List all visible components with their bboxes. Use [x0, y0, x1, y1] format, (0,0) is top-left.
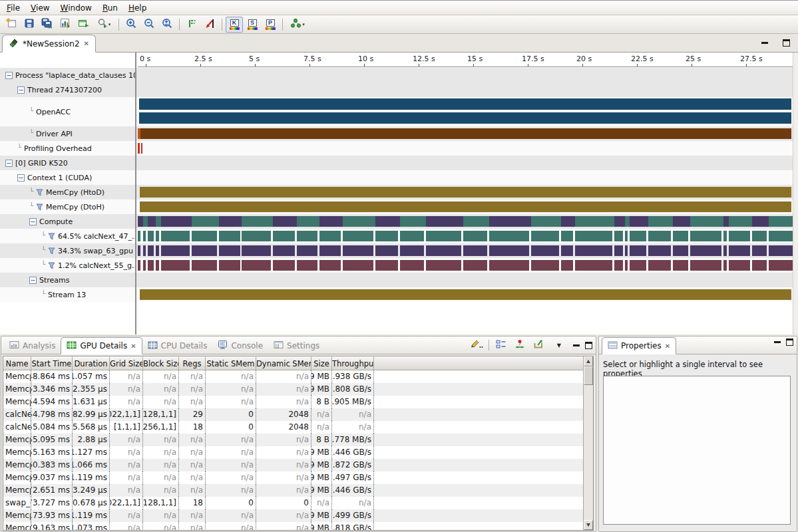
timeline-interval[interactable] — [192, 245, 217, 256]
timeline-right-scrollbar[interactable] — [793, 53, 798, 334]
new-session-button[interactable] — [3, 17, 20, 33]
table-row[interactable]: Memcp148.864 ms1.057 msn/an/an/an/an/a9 … — [3, 370, 583, 383]
timeline-interval[interactable] — [690, 231, 721, 241]
show-summary-button[interactable] — [495, 338, 508, 352]
minimize-icon[interactable] — [573, 344, 580, 346]
timeline-interval[interactable] — [752, 216, 769, 227]
search-button[interactable]: ▾ — [93, 17, 115, 33]
record-pc-sampling-button[interactable] — [470, 338, 483, 352]
timeline-interval[interactable] — [625, 216, 630, 227]
timeline-interval[interactable] — [161, 245, 189, 256]
timeline-row-label[interactable]: └MemCpy (HtoD) — [0, 185, 135, 200]
timeline-interval[interactable] — [140, 187, 791, 198]
timeline-interval[interactable] — [489, 260, 529, 271]
timeline-interval[interactable] — [531, 216, 560, 227]
timeline-row-label[interactable]: └34.3% swap_63_gpu — [0, 243, 135, 258]
timeline-interval[interactable] — [648, 231, 671, 241]
timeline-interval[interactable] — [156, 245, 160, 256]
timeline-interval[interactable] — [219, 216, 242, 227]
timeline-interval[interactable] — [625, 260, 628, 271]
table-row[interactable]: Memcp154.594 ms1.631 µsn/an/an/an/an/a8 … — [3, 396, 583, 408]
timeline-interval[interactable] — [273, 260, 295, 271]
timeline-interval[interactable] — [273, 245, 295, 256]
timeline-ruler[interactable]: 0 s2.5 s5 s7.5 s10 s12.5 s15 s17.5 s20 s… — [138, 53, 793, 67]
timeline-interval[interactable] — [375, 260, 397, 271]
table-row[interactable]: Memcp155.095 ms2.88 µsn/an/an/an/an/a8 B… — [3, 434, 583, 446]
timeline-interval[interactable] — [752, 231, 767, 241]
timeline-interval[interactable] — [156, 231, 160, 241]
timeline-interval[interactable] — [297, 245, 317, 256]
timeline-interval[interactable] — [630, 260, 646, 271]
close-icon[interactable]: ✕ — [130, 342, 136, 350]
scroll-up-button[interactable] — [584, 356, 593, 366]
timeline-interval[interactable] — [625, 231, 628, 241]
timeline-interval[interactable] — [161, 260, 189, 271]
timeline-interval[interactable] — [614, 231, 623, 241]
timeline-interval[interactable] — [139, 98, 791, 110]
zoom-fit-button[interactable] — [158, 17, 176, 33]
focus-timeline-button[interactable] — [513, 338, 526, 352]
timeline-interval[interactable] — [143, 245, 146, 256]
timeline-interval[interactable] — [561, 216, 576, 227]
timeline-row-label[interactable]: −Thread 2741307200 — [0, 82, 135, 97]
timeline-row-label[interactable]: −Context 1 (CUDA) — [0, 170, 135, 185]
timeline-interval[interactable] — [648, 260, 671, 271]
timeline-interval[interactable] — [140, 201, 791, 212]
tab-cpu-details[interactable]: CPU Details — [142, 338, 213, 354]
timeline-interval[interactable] — [148, 231, 154, 241]
timeline-interval[interactable] — [575, 245, 612, 256]
export-details-button[interactable] — [532, 338, 545, 352]
run-analysis-button[interactable]: ▾ — [286, 17, 309, 33]
timeline-interval[interactable] — [630, 216, 648, 227]
table-row[interactable]: Memcp172.651 ms93.249 µsn/an/an/an/an/a9… — [3, 484, 583, 497]
timeline-interval[interactable] — [138, 231, 140, 241]
timeline-interval[interactable] — [463, 245, 487, 256]
scroll-down-button[interactable] — [584, 520, 593, 530]
goto-marker-button[interactable] — [201, 17, 218, 33]
table-row[interactable]: calcNe154.798 ms282.99 µs[1022,1,1][128,… — [3, 408, 583, 421]
stream-colors-button[interactable]: S — [244, 17, 261, 33]
timeline-interval[interactable] — [192, 216, 219, 227]
timeline-interval[interactable] — [489, 216, 531, 227]
timeline-interval[interactable] — [673, 245, 688, 256]
tree-collapse-toggle[interactable]: − — [17, 174, 25, 182]
timeline-interval[interactable] — [531, 245, 558, 256]
timeline-interval[interactable] — [463, 216, 489, 227]
column-header-regs[interactable]: Regs — [179, 356, 206, 370]
tab-analysis[interactable]: Analysis — [4, 338, 61, 354]
minimize-icon[interactable] — [774, 341, 781, 343]
timeline-interval[interactable] — [648, 216, 673, 227]
timeline-interval[interactable] — [673, 231, 688, 241]
timeline-interval[interactable] — [426, 260, 461, 271]
timeline-interval[interactable] — [690, 245, 721, 256]
timeline-interval[interactable] — [242, 231, 270, 241]
timeline-interval[interactable] — [319, 245, 341, 256]
table-row[interactable]: Memcp179.163 ms1.073 msn/an/an/an/an/a9 … — [3, 522, 583, 530]
timeline-interval[interactable] — [375, 231, 397, 241]
timeline-interval[interactable] — [729, 216, 752, 227]
timeline-interval[interactable] — [219, 231, 240, 241]
tab-gpu-details[interactable]: GPU Details ✕ — [61, 337, 142, 354]
export-table-button[interactable] — [75, 17, 92, 33]
timeline-interval[interactable] — [673, 216, 690, 227]
table-row[interactable]: swap_6173.727 ms60.678 µs[1022,1,1][128,… — [3, 497, 583, 509]
tree-collapse-toggle[interactable]: − — [5, 72, 13, 79]
timeline-interval[interactable] — [138, 216, 143, 227]
timeline-row-label[interactable]: └1.2% calcNext_55_g... — [0, 258, 135, 273]
column-header-duration[interactable]: Duration — [73, 356, 110, 370]
timeline-interval[interactable] — [219, 245, 240, 256]
timeline-interval[interactable] — [575, 260, 612, 271]
timeline-interval[interactable] — [690, 216, 723, 227]
timeline-interval[interactable] — [561, 245, 574, 256]
filter-funnel-icon[interactable] — [48, 233, 55, 240]
timeline-interval[interactable] — [729, 260, 750, 271]
timeline-interval[interactable] — [156, 260, 160, 271]
timeline-interval[interactable] — [463, 260, 487, 271]
timeline-interval[interactable] — [400, 231, 424, 241]
table-row[interactable]: Memcp173.93 ms1.119 msn/an/an/an/an/a9 M… — [3, 509, 583, 522]
timeline-interval[interactable] — [723, 260, 727, 271]
timeline-interval[interactable] — [138, 260, 140, 271]
table-row[interactable]: calcNe155.084 ms5.568 µs[1,1,1][256,1,1]… — [3, 421, 583, 434]
scrollbar-thumb[interactable] — [584, 366, 593, 385]
tree-timeline-divider[interactable] — [135, 53, 136, 334]
